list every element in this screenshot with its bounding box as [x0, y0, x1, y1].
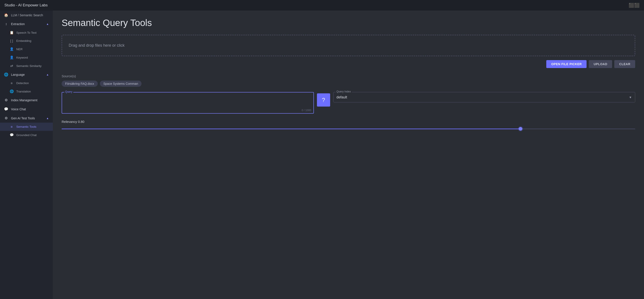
sources-chips: Försäkring FAQ.docx Space Systems Comman [62, 80, 635, 87]
topbar-icon: ⬛⬛ [628, 3, 640, 8]
topbar: Studio - AI Empower Labs ⬛⬛ [0, 0, 644, 10]
grounded-chat-icon: 💬 [10, 133, 14, 137]
language-label: Language [11, 73, 25, 76]
gen-ai-chevron: ▲ [46, 117, 49, 120]
upload-button[interactable]: UPLOAD [589, 60, 612, 68]
embedding-icon: [ ] [10, 39, 14, 43]
query-counter: 0 / 1000 [302, 109, 311, 112]
query-index-wrapper: Query Index default ▼ [333, 92, 635, 102]
gen-ai-label: Gen AI Test Tools [11, 116, 35, 120]
translation-label: Translation [16, 90, 31, 93]
voice-chat-label: Voice Chat [11, 108, 26, 111]
speech-to-text-icon: 📋 [10, 30, 14, 34]
language-chevron: ▲ [46, 73, 49, 76]
translation-icon: 🌐 [10, 90, 14, 93]
keyword-icon: 👤 [10, 56, 14, 60]
home-icon: 🏠 [4, 13, 8, 17]
main-content: Semantic Query Tools Drag and drop files… [53, 10, 644, 299]
semantic-tools-label: Semantic Tools [16, 125, 36, 128]
ner-label: NER [16, 48, 23, 51]
button-row: OPEN FILE PICKER UPLOAD CLEAR [62, 60, 635, 68]
relevancy-label: Relevancy 0.80 [62, 120, 635, 124]
page-title: Semantic Query Tools [62, 18, 635, 28]
source-chip-0[interactable]: Försäkring FAQ.docx [62, 80, 98, 87]
sidebar-item-semantic-similarity[interactable]: ⇄ Semantic Similarity [0, 62, 53, 70]
sidebar-item-llm-semantic-search[interactable]: 🏠 LLM / Semantic Search [0, 10, 53, 20]
extraction-chevron: ▲ [46, 22, 49, 26]
query-label: Query [64, 90, 73, 93]
sources-label: Source(s) [62, 74, 635, 78]
extraction-label: Extraction [11, 22, 25, 26]
clear-button[interactable]: CLEAR [614, 60, 635, 68]
gen-ai-icon: ⚙ [4, 116, 8, 120]
query-field-wrapper: Query 0 / 1000 [62, 92, 314, 114]
index-management-label: Index Management [11, 98, 38, 102]
relevancy-section: Relevancy 0.80 [62, 120, 635, 132]
query-textarea[interactable] [62, 92, 314, 112]
sidebar-item-semantic-tools[interactable]: ≡ Semantic Tools [0, 123, 53, 131]
sidebar-item-speech-to-text[interactable]: 📋 Speech To Text [0, 28, 53, 37]
sidebar-section-index-management[interactable]: ⚙ Index Management [0, 96, 53, 104]
language-icon: 🌐 [4, 72, 8, 76]
detection-icon: ≡ [10, 81, 14, 85]
semantic-similarity-icon: ⇄ [10, 64, 14, 68]
detection-label: Detection [16, 82, 29, 85]
query-index-select[interactable]: default [334, 92, 635, 102]
slider-container[interactable] [62, 126, 635, 132]
sidebar-item-grounded-chat[interactable]: 💬 Grounded Chat [0, 131, 53, 139]
help-button[interactable]: ? [317, 93, 330, 106]
sidebar-item-translation[interactable]: 🌐 Translation [0, 87, 53, 96]
sidebar: 🏠 LLM / Semantic Search ↕ Extraction ▲ 📋… [0, 10, 53, 299]
sidebar-section-voice-chat[interactable]: 💬 Voice Chat [0, 104, 53, 114]
sidebar-section-language[interactable]: 🌐 Language ▲ [0, 70, 53, 79]
grounded-chat-label: Grounded Chat [16, 134, 36, 137]
query-row: Query 0 / 1000 ? Query Index default ▼ [62, 92, 635, 114]
sidebar-item-label: LLM / Semantic Search [11, 14, 43, 17]
semantic-similarity-label: Semantic Similarity [16, 64, 42, 68]
sidebar-section-extraction[interactable]: ↕ Extraction ▲ [0, 20, 53, 28]
drop-zone[interactable]: Drag and drop files here or click [62, 35, 635, 56]
sidebar-item-detection[interactable]: ≡ Detection [0, 79, 53, 87]
sidebar-section-gen-ai-test-tools[interactable]: ⚙ Gen AI Test Tools ▲ [0, 114, 53, 123]
layout: 🏠 LLM / Semantic Search ↕ Extraction ▲ 📋… [0, 10, 644, 299]
sidebar-item-ner[interactable]: 👤 NER [0, 45, 53, 53]
sidebar-item-embedding[interactable]: [ ] Embedding [0, 37, 53, 45]
semantic-tools-icon: ≡ [10, 125, 14, 128]
open-file-picker-button[interactable]: OPEN FILE PICKER [546, 60, 586, 68]
embedding-label: Embedding [16, 39, 31, 42]
extraction-icon: ↕ [4, 22, 8, 26]
query-index-label: Query Index [336, 90, 352, 93]
keyword-label: Keyword [16, 56, 28, 59]
drop-zone-text: Drag and drop files here or click [69, 43, 124, 48]
voice-chat-icon: 💬 [4, 107, 8, 111]
ner-icon: 👤 [10, 47, 14, 51]
source-chip-1[interactable]: Space Systems Comman [100, 80, 142, 87]
index-management-icon: ⚙ [4, 98, 8, 102]
sidebar-item-keyword[interactable]: 👤 Keyword [0, 53, 53, 62]
topbar-title: Studio - AI Empower Labs [4, 3, 48, 8]
speech-to-text-label: Speech To Text [16, 31, 36, 34]
